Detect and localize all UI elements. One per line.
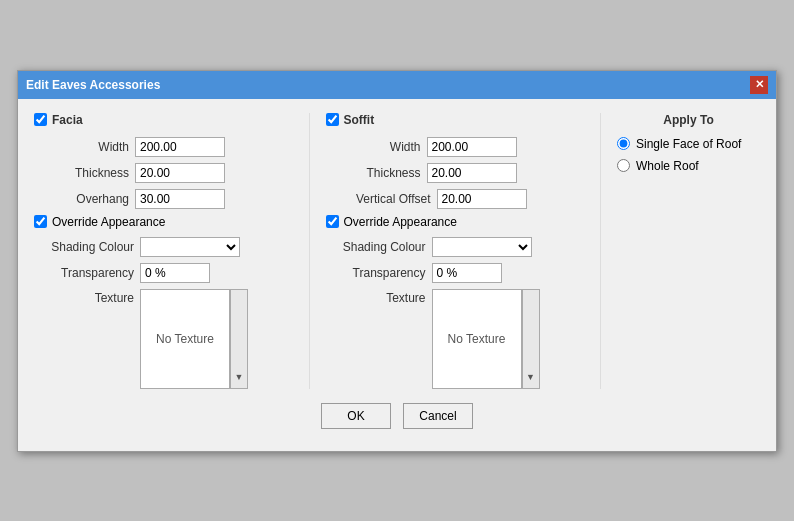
soffit-width-input[interactable] (427, 137, 517, 157)
facia-thickness-row: Thickness (34, 163, 293, 183)
dialog-body: Facia Width Thickness Overhang Override … (18, 99, 776, 451)
facia-texture-box[interactable]: No Texture (140, 289, 230, 389)
facia-checkbox[interactable] (34, 113, 47, 126)
soffit-texture-value: No Texture (448, 332, 506, 346)
facia-shading-row: Shading Colour (34, 237, 293, 257)
facia-transparency-label: Transparency (44, 266, 134, 280)
single-face-label: Single Face of Roof (636, 137, 741, 151)
soffit-checkbox[interactable] (326, 113, 339, 126)
soffit-shading-label: Shading Colour (336, 240, 426, 254)
soffit-transparency-label: Transparency (336, 266, 426, 280)
soffit-column: Soffit Width Thickness Vertical Offset O… (309, 113, 601, 389)
soffit-override-row: Override Appearance (326, 215, 585, 229)
soffit-texture-dropdown[interactable]: ▼ (522, 289, 540, 389)
soffit-width-row: Width (326, 137, 585, 157)
facia-width-input[interactable] (135, 137, 225, 157)
soffit-thickness-input[interactable] (427, 163, 517, 183)
facia-overhang-row: Overhang (34, 189, 293, 209)
soffit-thickness-row: Thickness (326, 163, 585, 183)
soffit-thickness-label: Thickness (336, 166, 421, 180)
soffit-texture-wrapper: No Texture ▼ (432, 289, 540, 389)
facia-overhang-input[interactable] (135, 189, 225, 209)
main-columns: Facia Width Thickness Overhang Override … (34, 113, 760, 389)
soffit-vertical-offset-input[interactable] (437, 189, 527, 209)
facia-texture-dropdown[interactable]: ▼ (230, 289, 248, 389)
close-button[interactable]: ✕ (750, 76, 768, 94)
facia-transparency-input[interactable] (140, 263, 210, 283)
facia-width-row: Width (34, 137, 293, 157)
soffit-vertical-offset-row: Vertical Offset (326, 189, 585, 209)
soffit-transparency-input[interactable] (432, 263, 502, 283)
apply-to-title: Apply To (617, 113, 760, 127)
ok-button[interactable]: OK (321, 403, 391, 429)
soffit-texture-label: Texture (336, 289, 426, 305)
soffit-transparency-row: Transparency (326, 263, 585, 283)
whole-roof-row: Whole Roof (617, 159, 760, 173)
soffit-texture-box[interactable]: No Texture (432, 289, 522, 389)
facia-override-label: Override Appearance (52, 215, 165, 229)
facia-override-row: Override Appearance (34, 215, 293, 229)
edit-eaves-dialog: Edit Eaves Accessories ✕ Facia Width Thi… (17, 70, 777, 452)
facia-override-checkbox[interactable] (34, 215, 47, 228)
apply-to-column: Apply To Single Face of Roof Whole Roof (600, 113, 760, 389)
cancel-button[interactable]: Cancel (403, 403, 473, 429)
soffit-label: Soffit (344, 113, 375, 127)
whole-roof-radio[interactable] (617, 159, 630, 172)
facia-transparency-row: Transparency (34, 263, 293, 283)
facia-label: Facia (52, 113, 83, 127)
facia-column: Facia Width Thickness Overhang Override … (34, 113, 309, 389)
soffit-header: Soffit (326, 113, 585, 127)
facia-texture-label: Texture (44, 289, 134, 305)
soffit-texture-row: Texture No Texture ▼ (326, 289, 585, 389)
soffit-shading-select[interactable] (432, 237, 532, 257)
facia-width-label: Width (44, 140, 129, 154)
single-face-radio[interactable] (617, 137, 630, 150)
soffit-vertical-offset-label: Vertical Offset (336, 192, 431, 206)
facia-thickness-input[interactable] (135, 163, 225, 183)
facia-texture-wrapper: No Texture ▼ (140, 289, 248, 389)
facia-texture-value: No Texture (156, 332, 214, 346)
soffit-shading-row: Shading Colour (326, 237, 585, 257)
facia-overhang-label: Overhang (44, 192, 129, 206)
dialog-title: Edit Eaves Accessories (26, 78, 160, 92)
dialog-footer: OK Cancel (34, 389, 760, 439)
facia-header: Facia (34, 113, 293, 127)
facia-shading-select[interactable] (140, 237, 240, 257)
title-bar: Edit Eaves Accessories ✕ (18, 71, 776, 99)
soffit-override-checkbox[interactable] (326, 215, 339, 228)
facia-texture-row: Texture No Texture ▼ (34, 289, 293, 389)
whole-roof-label: Whole Roof (636, 159, 699, 173)
facia-thickness-label: Thickness (44, 166, 129, 180)
soffit-override-label: Override Appearance (344, 215, 457, 229)
single-face-row: Single Face of Roof (617, 137, 760, 151)
facia-shading-label: Shading Colour (44, 240, 134, 254)
soffit-width-label: Width (336, 140, 421, 154)
